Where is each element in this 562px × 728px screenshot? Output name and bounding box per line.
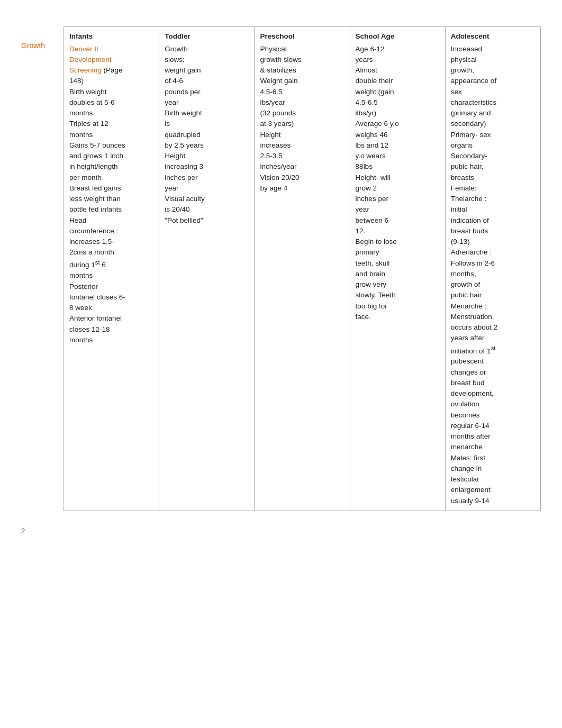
infants-text: (Page 148) Birth weight doubles at 5-6 m… [69, 66, 125, 344]
col-preschool-header: Preschool [260, 31, 344, 42]
page-number: 2 [21, 527, 541, 535]
col-preschool: Preschool Physical growth slows & stabil… [255, 27, 350, 511]
table-wrapper: Growth Infants Denver II Development Scr… [21, 26, 541, 511]
columns-wrapper: Infants Denver II Development Screening … [64, 26, 541, 511]
col-adolescent-header: Adolescent [451, 31, 535, 42]
col-infants-header: Infants [69, 31, 153, 42]
col-adolescent-content: Increased physical growth, appearance of… [451, 44, 535, 506]
col-infants-content: Denver II Development Screening (Page 14… [69, 44, 153, 346]
page-container: Growth Infants Denver II Development Scr… [21, 26, 541, 535]
col-school-age: School Age Age 6-12 years Almost double … [350, 27, 446, 511]
growth-label: Growth [21, 41, 45, 50]
col-toddler-content: Growth slows: weight gain of 4-6 pounds … [165, 44, 249, 226]
col-adolescent: Adolescent Increased physical growth, ap… [446, 27, 540, 511]
col-infants: Infants Denver II Development Screening … [64, 27, 159, 511]
col-school-age-header: School Age [356, 31, 440, 42]
row-label: Growth [21, 26, 64, 511]
col-preschool-content: Physical growth slows & stabilizes Weigh… [260, 44, 344, 194]
col-toddler-header: Toddler [165, 31, 249, 42]
col-toddler: Toddler Growth slows: weight gain of 4-6… [159, 27, 255, 511]
col-school-age-content: Age 6-12 years Almost double their weigh… [356, 44, 440, 323]
